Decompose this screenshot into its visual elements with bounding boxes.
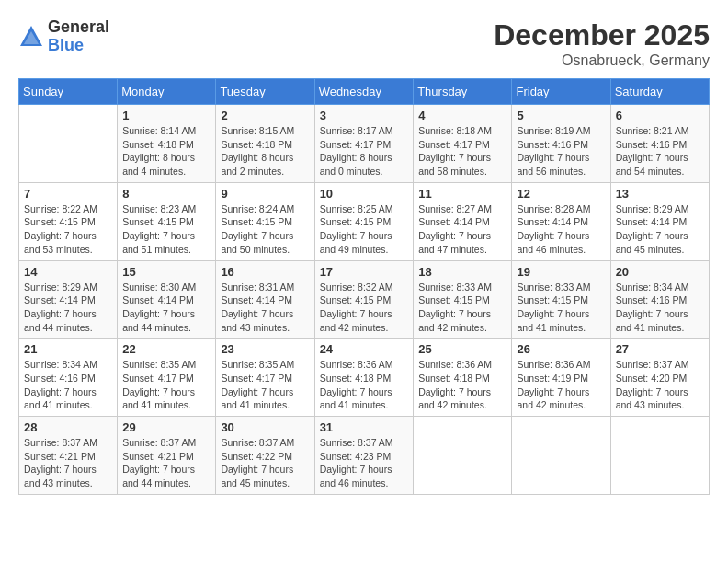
calendar-cell: 20Sunrise: 8:34 AM Sunset: 4:16 PM Dayli… bbox=[610, 260, 709, 339]
day-number: 2 bbox=[221, 109, 309, 122]
day-number: 15 bbox=[122, 265, 210, 279]
logo-text: General Blue bbox=[48, 18, 109, 55]
day-info: Sunrise: 8:32 AM Sunset: 4:15 PM Dayligh… bbox=[320, 281, 409, 335]
calendar-cell: 18Sunrise: 8:33 AM Sunset: 4:15 PM Dayli… bbox=[414, 260, 512, 339]
calendar-cell: 16Sunrise: 8:31 AM Sunset: 4:14 PM Dayli… bbox=[216, 260, 314, 339]
day-number: 16 bbox=[221, 265, 309, 279]
calendar-cell: 3Sunrise: 8:17 AM Sunset: 4:17 PM Daylig… bbox=[314, 105, 414, 183]
calendar-cell: 12Sunrise: 8:28 AM Sunset: 4:14 PM Dayli… bbox=[512, 182, 610, 260]
header-wednesday: Wednesday bbox=[314, 79, 414, 105]
day-number: 31 bbox=[320, 420, 409, 434]
title-block: December 2025 Osnabrueck, Germany bbox=[494, 18, 710, 69]
logo-blue-text: Blue bbox=[48, 36, 84, 54]
calendar-cell: 4Sunrise: 8:18 AM Sunset: 4:17 PM Daylig… bbox=[414, 105, 512, 183]
calendar-cell: 10Sunrise: 8:25 AM Sunset: 4:15 PM Dayli… bbox=[314, 182, 414, 260]
day-number: 18 bbox=[418, 265, 506, 279]
calendar-cell: 24Sunrise: 8:36 AM Sunset: 4:18 PM Dayli… bbox=[314, 339, 414, 417]
day-info: Sunrise: 8:15 AM Sunset: 4:18 PM Dayligh… bbox=[221, 124, 309, 178]
day-info: Sunrise: 8:30 AM Sunset: 4:14 PM Dayligh… bbox=[122, 281, 210, 335]
day-info: Sunrise: 8:24 AM Sunset: 4:15 PM Dayligh… bbox=[221, 202, 309, 257]
day-number: 6 bbox=[616, 109, 704, 122]
calendar-cell: 6Sunrise: 8:21 AM Sunset: 4:16 PM Daylig… bbox=[610, 105, 709, 183]
day-number: 7 bbox=[24, 187, 112, 201]
logo: General Blue bbox=[18, 18, 109, 55]
day-number: 12 bbox=[517, 187, 605, 201]
day-info: Sunrise: 8:36 AM Sunset: 4:19 PM Dayligh… bbox=[517, 358, 605, 412]
day-number: 20 bbox=[616, 265, 704, 279]
calendar-cell: 26Sunrise: 8:36 AM Sunset: 4:19 PM Dayli… bbox=[512, 339, 610, 417]
day-number: 19 bbox=[517, 265, 605, 279]
day-number: 25 bbox=[418, 342, 506, 356]
month-title: December 2025 bbox=[494, 18, 710, 52]
day-info: Sunrise: 8:34 AM Sunset: 4:16 PM Dayligh… bbox=[24, 358, 112, 412]
header-monday: Monday bbox=[118, 79, 216, 105]
header-saturday: Saturday bbox=[610, 79, 709, 105]
day-number: 30 bbox=[221, 420, 309, 434]
header-thursday: Thursday bbox=[414, 79, 512, 105]
day-number: 11 bbox=[418, 187, 506, 201]
day-info: Sunrise: 8:37 AM Sunset: 4:21 PM Dayligh… bbox=[122, 436, 210, 490]
day-info: Sunrise: 8:31 AM Sunset: 4:14 PM Dayligh… bbox=[221, 281, 309, 335]
calendar-cell: 17Sunrise: 8:32 AM Sunset: 4:15 PM Dayli… bbox=[314, 260, 414, 339]
calendar-cell: 9Sunrise: 8:24 AM Sunset: 4:15 PM Daylig… bbox=[216, 182, 314, 260]
day-number: 9 bbox=[221, 187, 309, 201]
header-sunday: Sunday bbox=[19, 79, 118, 105]
calendar-cell: 2Sunrise: 8:15 AM Sunset: 4:18 PM Daylig… bbox=[216, 105, 314, 183]
day-number: 29 bbox=[122, 420, 210, 434]
calendar-cell: 8Sunrise: 8:23 AM Sunset: 4:15 PM Daylig… bbox=[118, 182, 216, 260]
day-info: Sunrise: 8:17 AM Sunset: 4:17 PM Dayligh… bbox=[320, 124, 409, 178]
calendar-week-0: 1Sunrise: 8:14 AM Sunset: 4:18 PM Daylig… bbox=[19, 105, 710, 183]
day-info: Sunrise: 8:33 AM Sunset: 4:15 PM Dayligh… bbox=[418, 281, 506, 335]
day-number: 27 bbox=[616, 342, 704, 356]
day-info: Sunrise: 8:29 AM Sunset: 4:14 PM Dayligh… bbox=[616, 202, 704, 257]
logo-general-text: General bbox=[48, 17, 109, 36]
day-number: 13 bbox=[616, 187, 704, 201]
day-number: 1 bbox=[122, 109, 210, 122]
day-info: Sunrise: 8:25 AM Sunset: 4:15 PM Dayligh… bbox=[320, 202, 409, 257]
calendar-header-row: SundayMondayTuesdayWednesdayThursdayFrid… bbox=[19, 79, 710, 105]
day-info: Sunrise: 8:35 AM Sunset: 4:17 PM Dayligh… bbox=[122, 358, 210, 412]
calendar-cell: 21Sunrise: 8:34 AM Sunset: 4:16 PM Dayli… bbox=[19, 339, 118, 417]
day-info: Sunrise: 8:34 AM Sunset: 4:16 PM Dayligh… bbox=[616, 281, 704, 335]
day-info: Sunrise: 8:27 AM Sunset: 4:14 PM Dayligh… bbox=[418, 202, 506, 257]
logo-icon bbox=[18, 24, 44, 50]
calendar-week-2: 14Sunrise: 8:29 AM Sunset: 4:14 PM Dayli… bbox=[19, 260, 710, 339]
day-info: Sunrise: 8:18 AM Sunset: 4:17 PM Dayligh… bbox=[418, 124, 506, 178]
calendar-cell bbox=[414, 417, 512, 495]
day-number: 28 bbox=[24, 420, 112, 434]
calendar-cell: 19Sunrise: 8:33 AM Sunset: 4:15 PM Dayli… bbox=[512, 260, 610, 339]
page-header: General Blue December 2025 Osnabrueck, G… bbox=[18, 18, 710, 69]
calendar-cell bbox=[19, 105, 118, 183]
calendar-week-3: 21Sunrise: 8:34 AM Sunset: 4:16 PM Dayli… bbox=[19, 339, 710, 417]
day-info: Sunrise: 8:22 AM Sunset: 4:15 PM Dayligh… bbox=[24, 202, 112, 257]
day-info: Sunrise: 8:14 AM Sunset: 4:18 PM Dayligh… bbox=[122, 124, 210, 178]
calendar-cell: 14Sunrise: 8:29 AM Sunset: 4:14 PM Dayli… bbox=[19, 260, 118, 339]
day-number: 14 bbox=[24, 265, 112, 279]
day-info: Sunrise: 8:21 AM Sunset: 4:16 PM Dayligh… bbox=[616, 124, 704, 178]
header-friday: Friday bbox=[512, 79, 610, 105]
calendar-cell: 23Sunrise: 8:35 AM Sunset: 4:17 PM Dayli… bbox=[216, 339, 314, 417]
day-number: 4 bbox=[418, 109, 506, 122]
day-number: 26 bbox=[517, 342, 605, 356]
calendar-cell: 27Sunrise: 8:37 AM Sunset: 4:20 PM Dayli… bbox=[610, 339, 709, 417]
day-info: Sunrise: 8:37 AM Sunset: 4:20 PM Dayligh… bbox=[616, 358, 704, 412]
day-number: 24 bbox=[320, 342, 409, 356]
calendar-cell: 25Sunrise: 8:36 AM Sunset: 4:18 PM Dayli… bbox=[414, 339, 512, 417]
calendar-cell: 5Sunrise: 8:19 AM Sunset: 4:16 PM Daylig… bbox=[512, 105, 610, 183]
header-tuesday: Tuesday bbox=[216, 79, 314, 105]
day-number: 8 bbox=[122, 187, 210, 201]
day-number: 17 bbox=[320, 265, 409, 279]
day-info: Sunrise: 8:33 AM Sunset: 4:15 PM Dayligh… bbox=[517, 281, 605, 335]
day-info: Sunrise: 8:19 AM Sunset: 4:16 PM Dayligh… bbox=[517, 124, 605, 178]
day-info: Sunrise: 8:36 AM Sunset: 4:18 PM Dayligh… bbox=[418, 358, 506, 412]
day-number: 3 bbox=[320, 109, 409, 122]
day-info: Sunrise: 8:37 AM Sunset: 4:22 PM Dayligh… bbox=[221, 436, 309, 490]
day-number: 22 bbox=[122, 342, 210, 356]
calendar-cell: 22Sunrise: 8:35 AM Sunset: 4:17 PM Dayli… bbox=[118, 339, 216, 417]
calendar-cell bbox=[610, 417, 709, 495]
calendar-cell: 29Sunrise: 8:37 AM Sunset: 4:21 PM Dayli… bbox=[118, 417, 216, 495]
day-info: Sunrise: 8:37 AM Sunset: 4:23 PM Dayligh… bbox=[320, 436, 409, 490]
day-info: Sunrise: 8:28 AM Sunset: 4:14 PM Dayligh… bbox=[517, 202, 605, 257]
calendar-week-1: 7Sunrise: 8:22 AM Sunset: 4:15 PM Daylig… bbox=[19, 182, 710, 260]
day-info: Sunrise: 8:29 AM Sunset: 4:14 PM Dayligh… bbox=[24, 281, 112, 335]
